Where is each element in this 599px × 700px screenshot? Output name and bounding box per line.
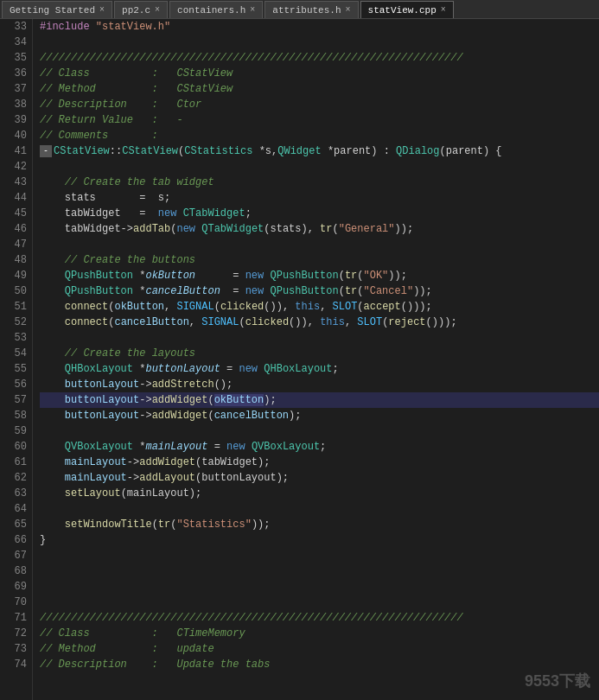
code-line-41: -CStatView::CStatView(CStatistics *s,QWi… xyxy=(40,143,599,159)
code-content[interactable]: #include "statView.h" //////////////////… xyxy=(33,19,599,700)
code-line-69 xyxy=(40,579,599,595)
tab-label: containers.h xyxy=(177,5,245,16)
code-line-71: ////////////////////////////////////////… xyxy=(40,610,599,626)
tab-label: pp2.c xyxy=(122,5,150,16)
code-line-61: mainLayout->addWidget(tabWidget); xyxy=(40,455,599,470)
code-line-48: // Create the buttons xyxy=(40,252,599,268)
code-line-58: buttonLayout->addWidget(cancelButton); xyxy=(40,408,599,423)
tab-close-icon[interactable]: × xyxy=(346,5,351,15)
tab-attributes-h[interactable]: attributes.h × xyxy=(264,1,358,18)
tab-close-icon[interactable]: × xyxy=(99,5,105,15)
code-line-72: // Class : CTimeMemory xyxy=(40,626,599,641)
code-line-66: } xyxy=(40,532,599,548)
code-line-40: // Comments : xyxy=(40,128,599,143)
tab-pp2c[interactable]: pp2.c × xyxy=(114,1,168,18)
code-line-42 xyxy=(40,159,599,175)
code-line-52: connect(cancelButton, SIGNAL(clicked()),… xyxy=(40,315,599,330)
editor: 33 34 35 36 37 38 39 40 41 42 43 44 45 4… xyxy=(0,19,599,700)
code-line-46: tabWidget->addTab(new QTabWidget(stats),… xyxy=(40,221,599,237)
code-line-44: stats = s; xyxy=(40,190,599,206)
code-line-57: buttonLayout->addWidget(okButton); xyxy=(40,392,599,408)
code-line-67 xyxy=(40,548,599,563)
tab-statview-cpp[interactable]: statView.cpp × xyxy=(360,1,454,18)
code-line-74: // Description : Update the tabs xyxy=(40,657,599,672)
code-line-59 xyxy=(40,423,599,439)
code-line-36: // Class : CStatView xyxy=(40,66,599,81)
code-line-55: QHBoxLayout *buttonLayout = new QHBoxLay… xyxy=(40,361,599,377)
code-line-34 xyxy=(40,35,599,50)
code-line-54: // Create the layouts xyxy=(40,346,599,361)
code-line-47 xyxy=(40,237,599,252)
tab-getting-started[interactable]: Getting Started × xyxy=(2,1,112,18)
code-line-70 xyxy=(40,595,599,610)
fold-icon[interactable]: - xyxy=(40,145,52,157)
code-line-35: ////////////////////////////////////////… xyxy=(40,50,599,66)
tab-label: statView.cpp xyxy=(368,5,437,16)
code-line-49: QPushButton *okButton = new QPushButton(… xyxy=(40,268,599,283)
code-line-60: QVBoxLayout *mainLayout = new QVBoxLayou… xyxy=(40,439,599,455)
code-line-53 xyxy=(40,330,599,346)
tab-close-icon[interactable]: × xyxy=(155,5,160,15)
code-line-65: setWindowTitle(tr("Statistics")); xyxy=(40,517,599,532)
tab-close-icon[interactable]: × xyxy=(441,5,446,15)
tab-label: Getting Started xyxy=(10,5,95,16)
code-line-39: // Return Value : - xyxy=(40,112,599,128)
code-line-73: // Method : update xyxy=(40,641,599,657)
code-line-63: setLayout(mainLayout); xyxy=(40,486,599,501)
code-line-38: // Description : Ctor xyxy=(40,97,599,112)
tab-label: attributes.h xyxy=(272,5,341,16)
code-line-45: tabWidget = new CTabWidget; xyxy=(40,206,599,221)
code-line-56: buttonLayout->addStretch(); xyxy=(40,377,599,392)
code-line-64 xyxy=(40,501,599,517)
tab-bar: Getting Started × pp2.c × containers.h ×… xyxy=(0,0,599,19)
tab-close-icon[interactable]: × xyxy=(250,5,255,15)
code-line-62: mainLayout->addLayout(buttonLayout); xyxy=(40,470,599,486)
line-numbers: 33 34 35 36 37 38 39 40 41 42 43 44 45 4… xyxy=(0,19,33,700)
tab-containers-h[interactable]: containers.h × xyxy=(169,1,263,18)
code-line-50: QPushButton *cancelButton = new QPushBut… xyxy=(40,283,599,299)
code-line-37: // Method : CStatView xyxy=(40,81,599,97)
code-line-33: #include "statView.h" xyxy=(40,19,599,35)
code-line-68 xyxy=(40,563,599,579)
code-line-43: // Create the tab widget xyxy=(40,175,599,190)
code-line-51: connect(okButton, SIGNAL(clicked()), thi… xyxy=(40,299,599,315)
